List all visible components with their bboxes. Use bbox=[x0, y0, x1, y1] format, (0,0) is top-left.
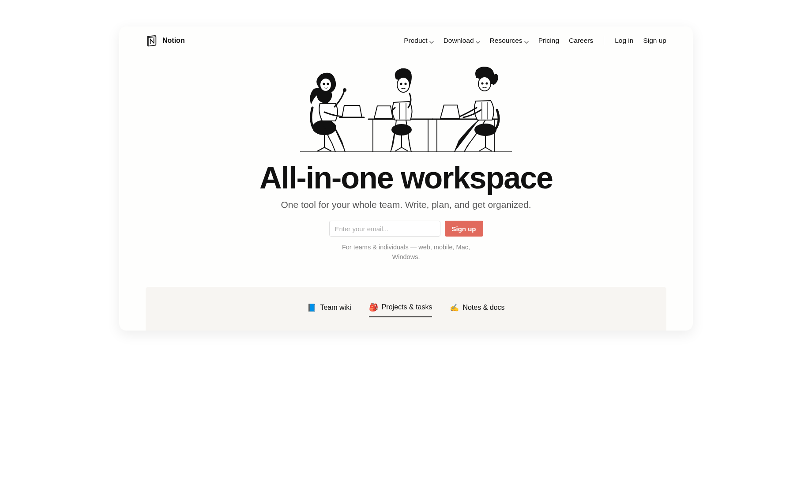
nav-label: Resources bbox=[490, 37, 523, 45]
brand[interactable]: Notion bbox=[146, 34, 185, 47]
nav-divider bbox=[604, 36, 604, 45]
nav-item-download[interactable]: Download bbox=[444, 37, 480, 45]
svg-point-14 bbox=[400, 83, 402, 84]
svg-point-21 bbox=[478, 77, 491, 91]
writing-hand-icon: ✍️ bbox=[450, 303, 459, 312]
notion-logo-icon bbox=[146, 34, 158, 47]
header: Notion Product Download Resources bbox=[119, 26, 693, 55]
tab-team-wiki[interactable]: 📘 Team wiki bbox=[307, 303, 351, 317]
hero-subtitle: One tool for your whole team. Write, pla… bbox=[146, 199, 666, 210]
brand-name: Notion bbox=[162, 37, 185, 45]
svg-point-23 bbox=[486, 83, 487, 84]
nav-label: Pricing bbox=[538, 37, 559, 45]
svg-point-15 bbox=[405, 83, 406, 84]
signup-button[interactable]: Sign up bbox=[445, 221, 483, 237]
hero-illustration bbox=[300, 64, 512, 156]
svg-point-5 bbox=[323, 83, 324, 84]
tab-label: Team wiki bbox=[320, 304, 351, 312]
svg-point-4 bbox=[320, 78, 331, 91]
nav-item-resources[interactable]: Resources bbox=[490, 37, 529, 45]
nav-label: Careers bbox=[569, 37, 593, 45]
svg-point-19 bbox=[475, 124, 496, 135]
tab-notes-docs[interactable]: ✍️ Notes & docs bbox=[450, 303, 504, 317]
feature-tabs: 📘 Team wiki 🎒 Projects & tasks ✍️ Notes … bbox=[146, 287, 666, 331]
signup-link[interactable]: Sign up bbox=[643, 37, 666, 45]
svg-point-6 bbox=[327, 83, 328, 84]
nav-item-pricing[interactable]: Pricing bbox=[538, 37, 559, 45]
svg-point-3 bbox=[343, 89, 346, 91]
signup-row: Sign up bbox=[146, 221, 666, 237]
nav-item-careers[interactable]: Careers bbox=[569, 37, 593, 45]
tab-projects-tasks[interactable]: 🎒 Projects & tasks bbox=[369, 303, 432, 317]
backpack-icon: 🎒 bbox=[369, 303, 378, 312]
tab-label: Notes & docs bbox=[462, 304, 504, 312]
chevron-down-icon bbox=[476, 38, 480, 43]
nav-label: Sign up bbox=[643, 37, 666, 45]
chevron-down-icon bbox=[524, 38, 529, 43]
login-link[interactable]: Log in bbox=[615, 37, 633, 45]
chevron-down-icon bbox=[429, 38, 434, 43]
nav-item-product[interactable]: Product bbox=[404, 37, 433, 45]
nav-label: Product bbox=[404, 37, 427, 45]
tab-label: Projects & tasks bbox=[382, 303, 432, 311]
hero-footnote: For teams & individuals — web, mobile, M… bbox=[335, 243, 477, 262]
main-nav: Product Download Resources Pricing bbox=[404, 36, 666, 45]
nav-label: Log in bbox=[615, 37, 633, 45]
svg-point-13 bbox=[397, 77, 410, 92]
book-icon: 📘 bbox=[307, 303, 316, 312]
svg-point-22 bbox=[481, 83, 483, 84]
hero-title: All-in-one workspace bbox=[146, 162, 666, 193]
page-card: Notion Product Download Resources bbox=[119, 26, 693, 331]
email-input[interactable] bbox=[329, 221, 440, 237]
nav-label: Download bbox=[444, 37, 474, 45]
hero: All-in-one workspace One tool for your w… bbox=[119, 55, 693, 275]
